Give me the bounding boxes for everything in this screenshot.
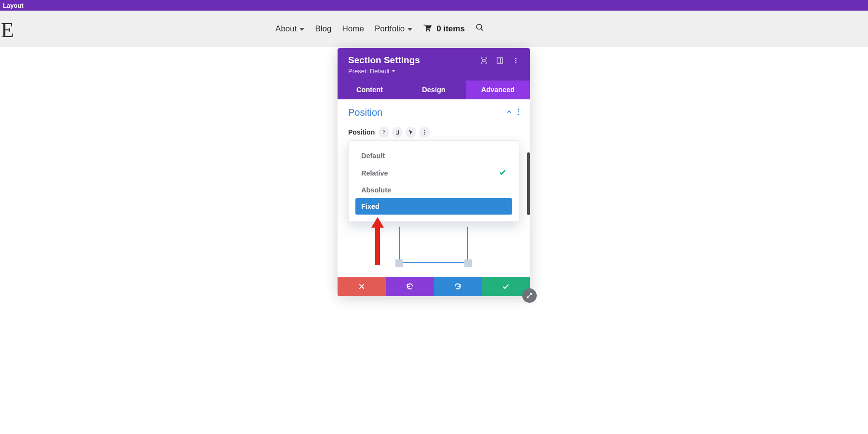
tab-design[interactable]: Design xyxy=(402,81,466,99)
responsive-icon[interactable] xyxy=(392,127,403,137)
tab-advanced[interactable]: Advanced xyxy=(466,81,530,99)
svg-point-14 xyxy=(424,130,425,131)
nav-link-label: Home xyxy=(342,24,364,34)
svg-point-7 xyxy=(515,62,516,64)
nav-link-label: Portfolio xyxy=(375,24,405,34)
option-label: Fixed xyxy=(361,203,380,210)
expand-icon[interactable] xyxy=(480,57,488,64)
nav-link-home[interactable]: Home xyxy=(342,24,364,34)
chevron-up-icon[interactable] xyxy=(506,108,513,117)
svg-point-0 xyxy=(476,24,482,29)
svg-point-5 xyxy=(515,58,516,59)
panel-header: Section Settings Preset: Default xyxy=(338,48,530,81)
nav-links: About Blog Home Portfolio 0 items xyxy=(275,23,484,34)
search-icon xyxy=(475,23,484,34)
chevron-down-icon xyxy=(299,28,304,31)
nav-search[interactable] xyxy=(475,23,484,34)
svg-point-8 xyxy=(518,108,519,110)
site-logo: E xyxy=(1,18,14,42)
nav-link-label: About xyxy=(275,24,297,34)
undo-button[interactable] xyxy=(386,277,434,296)
field-more-icon[interactable] xyxy=(419,127,430,137)
option-label: Absolute xyxy=(361,186,391,194)
svg-point-16 xyxy=(424,134,425,135)
cart-count-label: 0 items xyxy=(436,24,465,34)
caret-down-icon xyxy=(392,70,395,72)
panel-title: Section Settings xyxy=(348,55,480,66)
svg-point-10 xyxy=(518,114,519,115)
svg-point-6 xyxy=(515,60,516,61)
panel-body: Position Position xyxy=(338,99,530,272)
position-option-absolute[interactable]: Absolute xyxy=(355,182,512,198)
position-field-row: Position xyxy=(348,127,519,137)
redo-button[interactable] xyxy=(434,277,482,296)
cancel-button[interactable] xyxy=(338,277,386,296)
position-dropdown[interactable]: Default Relative Absolute Fixed xyxy=(348,140,519,222)
cart-icon xyxy=(423,23,432,34)
svg-point-15 xyxy=(424,132,425,133)
section-settings-panel: Section Settings Preset: Default Content… xyxy=(338,48,530,296)
tab-content[interactable]: Content xyxy=(338,81,402,99)
more-icon[interactable] xyxy=(512,57,519,64)
scrollbar-thumb[interactable] xyxy=(527,152,530,215)
field-label-position: Position xyxy=(348,128,375,136)
help-icon[interactable] xyxy=(379,127,389,137)
option-label: Default xyxy=(361,152,385,160)
origin-handle-bottom-left[interactable] xyxy=(395,259,403,267)
origin-frame xyxy=(399,227,468,263)
position-option-default[interactable]: Default xyxy=(355,148,512,164)
panel-footer xyxy=(338,277,530,296)
panel-tabs: Content Design Advanced xyxy=(338,81,530,99)
panel-resize-handle[interactable] xyxy=(522,288,537,303)
nav-link-portfolio[interactable]: Portfolio xyxy=(375,24,412,34)
position-option-fixed[interactable]: Fixed xyxy=(355,198,512,215)
svg-rect-3 xyxy=(497,58,502,63)
position-option-relative[interactable]: Relative xyxy=(355,164,512,182)
topbar-label: Layout xyxy=(3,2,24,9)
svg-point-9 xyxy=(518,111,519,112)
builder-topbar: Layout xyxy=(0,0,868,11)
option-label: Relative xyxy=(361,169,388,177)
preset-label: Preset: Default xyxy=(348,68,390,75)
section-more-icon[interactable] xyxy=(517,108,519,118)
nav-link-blog[interactable]: Blog xyxy=(315,24,331,34)
svg-line-1 xyxy=(481,28,483,31)
preset-selector[interactable]: Preset: Default xyxy=(348,68,480,75)
check-icon xyxy=(499,168,506,177)
origin-handle-bottom-right[interactable] xyxy=(464,259,472,267)
nav-link-label: Blog xyxy=(315,24,331,34)
svg-point-11 xyxy=(384,133,384,134)
dock-icon[interactable] xyxy=(496,57,503,64)
nav-link-about[interactable]: About xyxy=(275,24,304,34)
hover-icon[interactable] xyxy=(406,127,416,137)
section-title-position[interactable]: Position xyxy=(348,107,382,118)
position-origin-preview[interactable] xyxy=(362,227,506,267)
chevron-down-icon xyxy=(407,28,412,31)
nav-cart[interactable]: 0 items xyxy=(423,23,465,34)
svg-rect-2 xyxy=(483,59,485,62)
site-navbar: E About Blog Home Portfolio 0 items xyxy=(0,11,868,47)
